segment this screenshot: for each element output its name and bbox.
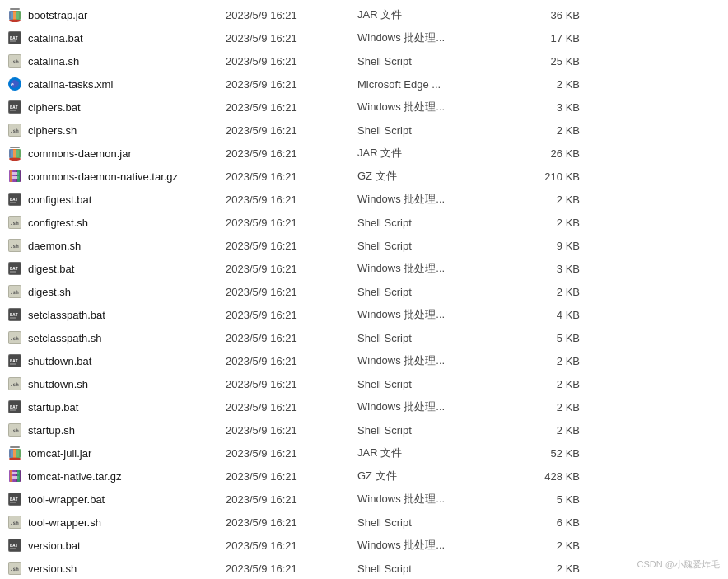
file-row[interactable]: .sh digest.sh 2023/5/9 16:21 Shell Scrip…: [0, 280, 728, 303]
file-row[interactable]: .sh ciphers.sh 2023/5/9 16:21 Shell Scri…: [0, 119, 728, 142]
svg-rect-35: [10, 170, 12, 182]
svg-text:.sh: .sh: [10, 128, 19, 133]
file-icon-bat: BAT: [7, 306, 23, 323]
svg-text:.sh: .sh: [10, 243, 19, 249]
file-name: ciphers.sh: [28, 124, 226, 137]
file-size: 26 KB: [514, 147, 580, 160]
file-size: 2 KB: [514, 217, 580, 229]
file-date: 2023/5/9 16:21: [226, 263, 357, 275]
svg-text:BAT: BAT: [10, 358, 19, 363]
file-date: 2023/5/9 16:21: [226, 332, 357, 344]
file-name: catalina-tasks.xml: [28, 78, 226, 91]
svg-rect-23: [10, 147, 20, 148]
file-row[interactable]: e catalina-tasks.xml 2023/5/9 16:21 Micr…: [0, 72, 728, 96]
file-row[interactable]: BAT tool-wrapper.bat 2023/5/9 16:21 Wind…: [0, 488, 728, 511]
file-row[interactable]: .sh catalina.sh 2023/5/9 16:21 Shell Scr…: [0, 49, 728, 72]
file-row[interactable]: .sh version.sh 2023/5/9 16:21 Shell Scri…: [0, 557, 728, 579]
file-icon-bat: BAT: [7, 191, 23, 208]
file-row[interactable]: BAT catalina.bat 2023/5/9 16:21 Windows …: [0, 26, 728, 49]
file-name: shutdown.bat: [28, 355, 226, 367]
file-date: 2023/5/9 16:21: [226, 217, 357, 229]
file-date: 2023/5/9 16:21: [226, 170, 357, 183]
file-name: tool-wrapper.sh: [28, 516, 226, 529]
file-icon-sh: .sh: [7, 53, 23, 69]
file-size: 2 KB: [514, 286, 580, 298]
file-row[interactable]: commons-daemon-native.tar.gz 2023/5/9 16…: [0, 165, 728, 188]
file-type: Shell Script: [357, 378, 514, 390]
file-size: 25 KB: [514, 55, 580, 68]
file-size: 6 KB: [514, 516, 580, 529]
file-row[interactable]: .sh daemon.sh 2023/5/9 16:21 Shell Scrip…: [0, 234, 728, 257]
file-name: daemon.sh: [28, 240, 226, 252]
svg-text:.sh: .sh: [10, 289, 19, 295]
file-type: Windows 批处理...: [357, 399, 514, 414]
file-row[interactable]: BAT digest.bat 2023/5/9 16:21 Windows 批处…: [0, 257, 728, 280]
file-type: Shell Script: [357, 563, 514, 575]
file-size: 2 KB: [514, 124, 580, 137]
file-size: 5 KB: [514, 332, 580, 344]
file-type: JAR 文件: [357, 446, 514, 460]
file-date: 2023/5/9 16:21: [226, 563, 357, 575]
file-name: tool-wrapper.bat: [28, 493, 226, 506]
file-type: Shell Script: [357, 124, 514, 137]
file-row[interactable]: commons-daemon.jar 2023/5/9 16:21 JAR 文件…: [0, 142, 728, 165]
file-icon-bat: BAT: [7, 537, 23, 553]
svg-text:BAT: BAT: [10, 266, 19, 271]
file-type: Windows 批处理...: [357, 100, 514, 114]
file-date: 2023/5/9 16:21: [226, 470, 357, 483]
file-row[interactable]: BAT setclasspath.bat 2023/5/9 16:21 Wind…: [0, 303, 728, 326]
file-name: ciphers.bat: [28, 101, 226, 114]
svg-text:BAT: BAT: [10, 35, 19, 40]
file-row[interactable]: BAT version.bat 2023/5/9 16:21 Windows 批…: [0, 534, 728, 557]
file-name: digest.bat: [28, 263, 226, 275]
file-size: 2 KB: [514, 355, 580, 367]
file-date: 2023/5/9 16:21: [226, 286, 357, 298]
file-type: Windows 批处理...: [357, 192, 514, 207]
file-size: 2 KB: [514, 194, 580, 206]
file-size: 2 KB: [514, 563, 580, 575]
file-size: 210 KB: [514, 170, 580, 183]
svg-text:.sh: .sh: [10, 566, 19, 572]
file-icon-gz: [7, 168, 23, 184]
svg-rect-80: [16, 449, 21, 458]
file-name: digest.sh: [28, 286, 226, 298]
file-row[interactable]: BAT configtest.bat 2023/5/9 16:21 Window…: [0, 188, 728, 211]
svg-rect-36: [17, 170, 20, 182]
file-row[interactable]: BAT startup.bat 2023/5/9 16:21 Windows 批…: [0, 395, 728, 418]
file-date: 2023/5/9 16:21: [226, 424, 357, 437]
file-row[interactable]: .sh startup.sh 2023/5/9 16:21 Shell Scri…: [0, 418, 728, 441]
file-date: 2023/5/9 16:21: [226, 124, 357, 137]
file-icon-sh: .sh: [7, 237, 23, 254]
file-name: startup.sh: [28, 424, 226, 437]
file-row[interactable]: tomcat-juli.jar 2023/5/9 16:21 JAR 文件 52…: [0, 441, 728, 465]
svg-rect-27: [9, 149, 13, 158]
file-row[interactable]: BAT ciphers.bat 2023/5/9 16:21 Windows 批…: [0, 96, 728, 119]
svg-rect-81: [13, 449, 16, 458]
svg-rect-5: [16, 11, 21, 20]
file-date: 2023/5/9 16:21: [226, 32, 357, 44]
file-size: 2 KB: [514, 78, 580, 91]
file-name: version.sh: [28, 563, 226, 575]
file-row[interactable]: .sh tool-wrapper.sh 2023/5/9 16:21 Shell…: [0, 511, 728, 534]
file-name: tomcat-juli.jar: [28, 447, 226, 460]
file-row[interactable]: .sh setclasspath.sh 2023/5/9 16:21 Shell…: [0, 326, 728, 349]
file-list: bootstrap.jar 2023/5/9 16:21 JAR 文件 36 K…: [0, 0, 728, 579]
svg-text:.sh: .sh: [10, 58, 19, 64]
file-row[interactable]: BAT shutdown.bat 2023/5/9 16:21 Windows …: [0, 349, 728, 372]
svg-text:BAT: BAT: [10, 105, 19, 110]
svg-rect-88: [17, 470, 20, 482]
file-row[interactable]: .sh configtest.sh 2023/5/9 16:21 Shell S…: [0, 211, 728, 234]
file-size: 2 KB: [514, 378, 580, 390]
file-type: JAR 文件: [357, 7, 514, 22]
file-icon-bat: BAT: [7, 260, 23, 277]
svg-text:.sh: .sh: [10, 427, 19, 433]
file-row[interactable]: tomcat-native.tar.gz 2023/5/9 16:21 GZ 文…: [0, 465, 728, 488]
svg-text:BAT: BAT: [10, 312, 19, 317]
file-row[interactable]: bootstrap.jar 2023/5/9 16:21 JAR 文件 36 K…: [0, 3, 728, 26]
file-type: Shell Script: [357, 286, 514, 298]
svg-text:BAT: BAT: [10, 197, 19, 202]
file-date: 2023/5/9 16:21: [226, 401, 357, 413]
file-icon-sh: .sh: [7, 514, 23, 530]
file-row[interactable]: .sh shutdown.sh 2023/5/9 16:21 Shell Scr…: [0, 372, 728, 395]
file-icon-bat: BAT: [7, 399, 23, 415]
